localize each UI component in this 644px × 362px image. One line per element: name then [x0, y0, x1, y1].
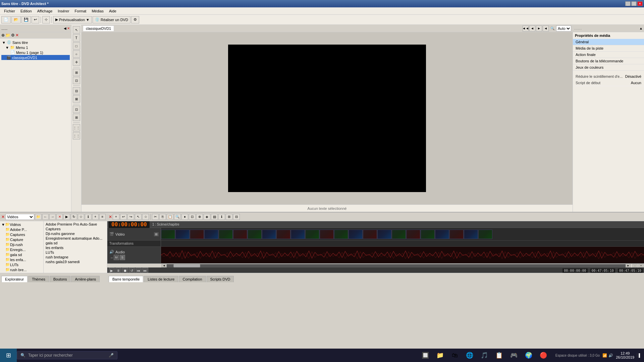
window-controls[interactable]: _ □ ✕ [625, 1, 643, 6]
file-item-7[interactable]: rush bretagne [44, 255, 106, 259]
nav-next[interactable]: ► [536, 25, 542, 32]
task-file2[interactable]: 📋 [492, 349, 506, 361]
tool-snap2[interactable]: ⊞ [73, 114, 80, 121]
zoom-in-btn[interactable]: + [638, 264, 644, 267]
tl-back-btn[interactable]: ↩ [120, 214, 127, 220]
add-item-icon[interactable]: ⊕ [1, 33, 5, 38]
video-clip-9[interactable] [276, 230, 290, 239]
prop-remote-btn[interactable]: Boutons de la télécommande [573, 58, 644, 64]
video-clip-2[interactable] [175, 230, 190, 239]
video-clip-7[interactable] [248, 230, 262, 239]
tl-cut-btn[interactable]: ✂ [152, 214, 159, 220]
tool-text[interactable]: T [73, 34, 80, 42]
prev-chapter-btn[interactable]: ⏮ [136, 267, 142, 273]
fb-forward-btn[interactable]: → [49, 214, 56, 220]
folder-gala[interactable]: 📁 gala sd [5, 252, 43, 257]
file-item-5[interactable]: les enfants [44, 245, 106, 250]
video-clip-23[interactable] [478, 230, 492, 239]
timeline-scrollbar[interactable]: ◄ ► - + [107, 263, 644, 267]
tl-chapter-btn[interactable]: ⊕ [196, 214, 203, 220]
tool-select[interactable]: ↖ [73, 26, 80, 34]
tree-classique[interactable]: 🎬 classiqueDVD1 [1, 55, 70, 60]
preview-btn[interactable]: ▶ Prévisualisation ▼ [53, 16, 92, 23]
tray-volume-icon[interactable]: 🔊 [608, 353, 613, 358]
video-clip-5[interactable] [219, 230, 233, 239]
tl-subpicture-btn[interactable]: ◈ [204, 214, 210, 220]
video-clip-16[interactable] [377, 230, 391, 239]
tools-btn[interactable]: ⚙ [131, 16, 139, 23]
panel-close-icon[interactable]: ✕ [67, 26, 70, 30]
burn-btn[interactable]: 💿 Réaliser un DVD [93, 16, 130, 23]
prop-action-btn[interactable]: Action finale [573, 52, 644, 58]
tl-select-btn[interactable]: ↖ [135, 214, 142, 220]
video-clip-11[interactable] [305, 230, 319, 239]
video-clip-13[interactable] [334, 230, 348, 239]
file-item-0[interactable]: Adobe Premiere Pro Auto-Save [44, 222, 106, 227]
select-tool-btn[interactable]: ⊹ [42, 16, 50, 23]
tool-snap1[interactable]: ⊡ [73, 106, 80, 113]
panel-expand-icon[interactable]: ◀ [64, 26, 66, 30]
properties-expand-icon[interactable]: ▲ [639, 26, 643, 30]
save-btn[interactable]: 💾 [21, 16, 31, 23]
nav-last[interactable]: ◄ [543, 25, 549, 32]
folder-select[interactable]: Vidéos [5, 214, 34, 220]
folder-dji[interactable]: 📁 Dji-rush [5, 242, 43, 247]
folder-videos[interactable]: ▼ 📁 Vidéos [1, 222, 43, 227]
audio-mute-btn[interactable]: M [114, 255, 119, 260]
tool-oval[interactable]: ○ [73, 50, 80, 58]
nav-first[interactable]: ◄◄ [523, 25, 529, 32]
tl-paste-btn[interactable]: 📋 [167, 214, 173, 220]
minimize-btn[interactable]: _ [625, 1, 631, 6]
menu-edition[interactable]: Edition [18, 8, 35, 14]
search-box[interactable]: 🔍 Taper ici pour rechercher 🎤 [17, 351, 117, 359]
zoom-out-btn[interactable]: - [632, 264, 638, 267]
taskbar-clock[interactable]: 12:49 26/10/2019 [616, 351, 634, 359]
new-btn[interactable]: 📄 [1, 16, 11, 23]
folder-enreg[interactable]: 📁 Enregis... [5, 247, 43, 252]
video-clip-21[interactable] [449, 230, 464, 239]
menu-aide[interactable]: Aide [106, 8, 119, 14]
tool-rect[interactable]: □ [73, 42, 80, 50]
task-search[interactable]: 🔲 [419, 349, 432, 361]
tab-arrieres[interactable]: Arrière-plans [71, 276, 100, 282]
file-item-6[interactable]: LUTs [44, 250, 106, 255]
tl-add-btn[interactable]: + [113, 214, 119, 220]
scroll-track[interactable] [167, 264, 626, 267]
task-app[interactable]: 🔴 [537, 349, 550, 361]
video-clip-12[interactable] [320, 230, 334, 239]
video-clip-15[interactable] [363, 230, 377, 239]
loop-btn[interactable]: ↺ [129, 267, 135, 273]
tree-root[interactable]: ▼ 💿 Sans titre [1, 40, 70, 45]
scroll-thumb[interactable] [173, 264, 200, 267]
fb-close-icon[interactable]: ✕ [1, 215, 5, 219]
scroll-right-btn[interactable]: ► [626, 264, 631, 267]
nav-prev[interactable]: ◄ [529, 25, 535, 32]
prop-media-btn[interactable]: Média de la piste [573, 45, 644, 52]
tl-close-icon[interactable]: ✕ [109, 215, 112, 219]
tl-extra-btn[interactable]: ⊞ [226, 214, 232, 220]
tool-align2[interactable]: ⊠ [73, 95, 80, 103]
show-desktop-btn[interactable]: ▌ [637, 353, 641, 357]
tree-menu1[interactable]: ▼ 📁 Menu 1 [1, 45, 70, 50]
video-clip-10[interactable] [291, 230, 305, 239]
file-item-4[interactable]: gala sd [44, 241, 106, 245]
play-btn[interactable]: ▶ [109, 267, 115, 273]
file-item-3[interactable]: Enregistrement automatique Ado... [44, 236, 106, 241]
video-clip-17[interactable] [392, 230, 406, 239]
tool-grid1[interactable]: ⊞ [73, 69, 80, 76]
fb-list-btn[interactable]: ≡ [99, 214, 106, 220]
tl-zoom-btn[interactable]: 🔍 [174, 214, 181, 220]
video-clip-14[interactable] [348, 230, 363, 239]
fb-up-btn[interactable]: 📁 [35, 214, 41, 220]
tool-group1[interactable]: ⋮⋮ [73, 124, 80, 131]
video-track-expand[interactable]: ⊞ [154, 232, 159, 236]
fb-back-btn[interactable]: ← [42, 214, 49, 220]
video-clip-8[interactable] [262, 230, 276, 239]
tl-marker-btn[interactable]: ♦ [181, 214, 188, 220]
task-store[interactable]: 🛍 [448, 349, 462, 361]
video-clip-20[interactable] [435, 230, 449, 239]
task-ie[interactable]: 🌍 [522, 349, 535, 361]
tab-explorateur[interactable]: Explorateur [1, 276, 28, 282]
task-chrome[interactable]: 🌐 [463, 349, 476, 361]
stop-btn[interactable]: ⏹ [122, 267, 128, 273]
